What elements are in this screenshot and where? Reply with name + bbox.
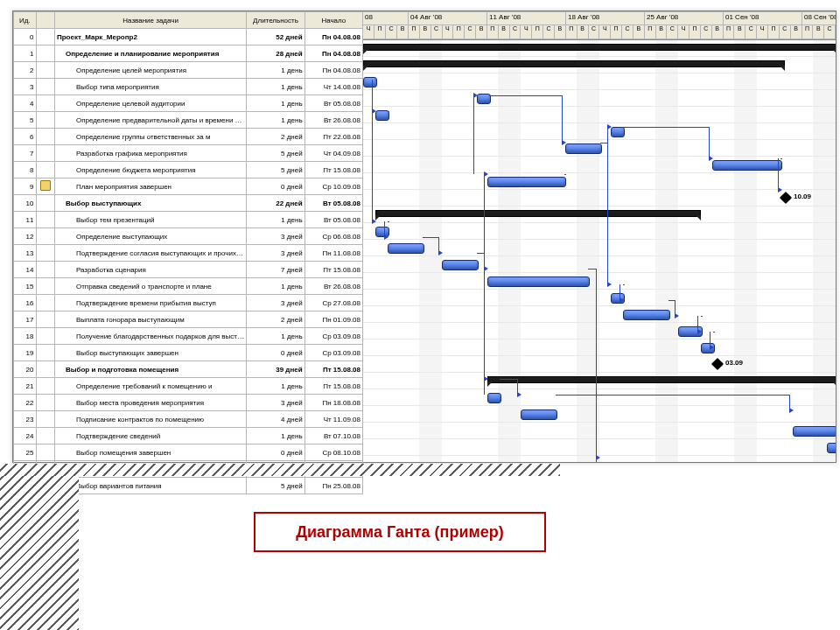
gantt-task-bar[interactable]	[611, 127, 625, 137]
table-row[interactable]: 22Выбор места проведения мероприятия3 дн…	[14, 395, 363, 411]
gantt-task-bar[interactable]	[487, 276, 590, 287]
timeline-row[interactable]	[363, 340, 836, 356]
gantt-task-bar[interactable]	[793, 426, 836, 437]
table-row[interactable]: 24Подтверждение сведений1 деньВт 07.10.0…	[14, 428, 363, 444]
timeline-row[interactable]	[363, 157, 836, 173]
timeline-day: С	[589, 25, 600, 39]
timeline-body[interactable]: 10.0903.09	[363, 40, 836, 462]
task-id: 5	[14, 112, 37, 129]
timeline-row[interactable]	[363, 140, 836, 157]
dependency-link	[697, 329, 702, 334]
timeline-row[interactable]	[363, 323, 836, 340]
task-indicator	[36, 328, 54, 345]
col-duration[interactable]: Длительность	[247, 12, 304, 29]
gantt-task-bar[interactable]	[388, 243, 424, 254]
task-duration: 1 день	[247, 378, 304, 395]
timeline-row[interactable]	[363, 406, 836, 423]
task-start: Вт 26.08.08	[304, 278, 362, 295]
timeline-day: В	[499, 25, 510, 39]
timeline-row[interactable]	[363, 173, 836, 190]
gantt-task-bar[interactable]	[827, 443, 836, 453]
timeline-row[interactable]	[363, 107, 836, 123]
table-row[interactable]: 2Определение целей мероприятия1 деньПн 0…	[14, 62, 363, 79]
table-row[interactable]: 5Определение предварительной даты и врем…	[14, 112, 363, 129]
table-row[interactable]: 6Определение группы ответственных за м2 …	[14, 129, 363, 145]
gantt-milestone[interactable]	[711, 358, 724, 370]
table-row[interactable]: 21Определение требований к помещению и1 …	[14, 378, 363, 395]
timeline-row[interactable]	[363, 123, 836, 140]
gantt-task-bar[interactable]	[565, 144, 602, 154]
col-start[interactable]: Начало	[304, 12, 362, 29]
table-row[interactable]: 11Выбор тем презентаций1 деньВт 05.08.08	[14, 212, 363, 228]
timeline-day: С	[824, 25, 836, 39]
dependency-link	[423, 237, 438, 238]
task-id: 6	[14, 129, 37, 145]
timeline-row[interactable]	[363, 206, 836, 223]
task-duration: 0 дней	[247, 345, 304, 361]
task-header-row: Ид. Название задачи Длительность Начало	[14, 12, 363, 29]
table-row[interactable]: 3Выбор типа мероприятия1 деньЧт 14.08.08	[14, 79, 363, 95]
gantt-summary-bar[interactable]	[487, 376, 836, 383]
timeline-row[interactable]	[363, 40, 836, 57]
table-row[interactable]: 19Выбор выступающих завершен0 днейСр 03.…	[14, 345, 363, 361]
table-row[interactable]: 0Проект_Марк_Меропр252 днейПн 04.08.08	[14, 29, 363, 46]
gantt-task-bar[interactable]	[623, 310, 670, 320]
task-start: Пн 01.09.08	[304, 312, 362, 328]
gantt-pane[interactable]: 0804 Авг '0811 Авг '0818 Авг '0825 Авг '…	[363, 11, 836, 462]
table-row[interactable]: 15Отправка сведений о транспорте и плане…	[14, 278, 363, 295]
gantt-task-bar[interactable]	[363, 77, 377, 88]
timeline-row[interactable]	[363, 373, 836, 389]
timeline-row[interactable]	[363, 423, 836, 439]
timeline-row[interactable]: 10.09	[363, 190, 836, 206]
task-start: Пт 15.08.08	[304, 162, 362, 178]
dependency-link	[477, 253, 484, 254]
table-row[interactable]: 14Разработка сценария7 днейПт 15.08.08	[14, 262, 363, 278]
col-id[interactable]: Ид.	[14, 12, 37, 29]
table-row[interactable]: 9План мероприятия завершен0 днейСр 10.09…	[14, 178, 363, 195]
gantt-task-bar[interactable]	[712, 160, 782, 171]
timeline-row[interactable]	[363, 256, 836, 273]
gantt-milestone[interactable]	[780, 192, 792, 204]
timeline-row[interactable]	[363, 90, 836, 107]
timeline-week: 08 Сен '08	[802, 11, 836, 25]
table-row[interactable]: 8Определение бюджета мероприятия5 днейПт…	[14, 162, 363, 178]
timeline-row[interactable]	[363, 240, 836, 256]
table-row[interactable]: 23Подписание контрактов по помещению4 дн…	[14, 411, 363, 428]
timeline-day: С	[510, 25, 522, 39]
dependency-link	[588, 269, 596, 270]
timeline-row[interactable]	[363, 389, 836, 406]
dependency-link	[562, 140, 566, 145]
table-row[interactable]: 18Получение благодарственных подарков дл…	[14, 328, 363, 345]
task-duration: 3 дней	[247, 228, 304, 245]
timeline-row[interactable]: 03.09	[363, 356, 836, 373]
timeline-row[interactable]	[363, 306, 836, 323]
col-indicator[interactable]	[36, 12, 54, 29]
table-row[interactable]: 1Определение и планирование мероприятия2…	[14, 46, 363, 62]
table-row[interactable]: 7Разработка графика мероприятия5 днейЧт …	[14, 145, 363, 162]
timeline-day: В	[420, 25, 431, 39]
gantt-summary-bar[interactable]	[375, 210, 701, 217]
gantt-summary-bar[interactable]	[363, 44, 836, 51]
timeline-row[interactable]	[363, 290, 836, 306]
gantt-task-bar[interactable]	[487, 393, 501, 403]
timeline-row[interactable]	[363, 57, 836, 74]
task-id: 8	[14, 162, 37, 178]
task-duration: 1 день	[247, 79, 304, 95]
gantt-task-bar[interactable]	[442, 260, 479, 270]
gantt-task-bar[interactable]	[487, 177, 566, 187]
table-row[interactable]: 10Выбор выступающих22 днейВт 05.08.08	[14, 195, 363, 212]
col-name[interactable]: Название задачи	[54, 12, 246, 29]
table-row[interactable]: 4Определение целевой аудитории1 деньВт 0…	[14, 95, 363, 112]
table-row[interactable]: 20Выбор и подготовка помещения39 днейПт …	[14, 361, 363, 378]
table-row[interactable]: 25Выбор помещения завершен0 днейСр 08.10…	[14, 444, 363, 461]
timeline-row[interactable]	[363, 74, 836, 90]
timeline-row[interactable]	[363, 439, 836, 456]
table-row[interactable]: 13Подтверждение согласия выступающих и п…	[14, 245, 363, 262]
gantt-summary-bar[interactable]	[363, 60, 785, 67]
timeline-row[interactable]	[363, 273, 836, 290]
task-table[interactable]: Ид. Название задачи Длительность Начало …	[13, 11, 363, 494]
table-row[interactable]: 16Подтверждение времени прибытия выступ3…	[14, 295, 363, 312]
table-row[interactable]: 12Определение выступающих3 днейСр 06.08.…	[14, 228, 363, 245]
table-row[interactable]: 17Выплата гонорара выступающим2 днейПн 0…	[14, 312, 363, 328]
gantt-task-bar[interactable]	[521, 410, 557, 420]
